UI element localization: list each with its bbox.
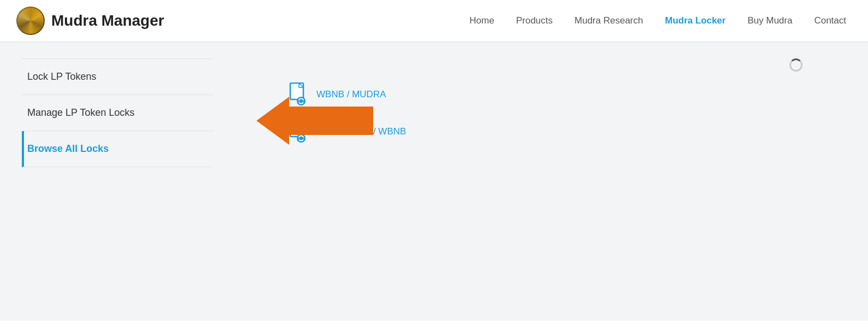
site-title: Mudra Manager [51,12,164,30]
sidebar: Lock LP Tokens Manage LP Token Locks Bro… [0,42,229,321]
arrow-head-icon [256,97,289,145]
nav-home[interactable]: Home [470,15,494,26]
nav-mudra-locker[interactable]: Mudra Locker [665,15,726,26]
right-content: WBNB / MUDRA LOCKGAINS / WBNB [229,42,868,321]
nav-contact[interactable]: Contact [814,15,846,26]
nav-products[interactable]: Products [516,15,553,26]
logo-area: Mudra Manager [16,7,164,35]
main-nav: Home Products Mudra Research Mudra Locke… [470,15,846,26]
header: Mudra Manager Home Products Mudra Resear… [0,0,868,42]
orange-arrow [256,97,373,145]
nav-mudra-research[interactable]: Mudra Research [574,15,643,26]
loading-spinner-area [789,58,803,74]
sidebar-item-manage-lp-token-locks[interactable]: Manage LP Token Locks [22,95,213,131]
logo-icon [16,7,45,35]
sidebar-item-browse-all-locks[interactable]: Browse All Locks [22,131,213,167]
main-content: Lock LP Tokens Manage LP Token Locks Bro… [0,42,868,321]
nav-buy-mudra[interactable]: Buy Mudra [747,15,792,26]
lp-item-wbnb-mudra[interactable]: WBNB / MUDRA [289,80,852,109]
arrow-body [289,107,373,135]
lp-item-lockgains-wbnb[interactable]: LOCKGAINS / WBNB [289,117,852,146]
sidebar-item-lock-lp-tokens[interactable]: Lock LP Tokens [22,58,213,95]
loading-spinner [789,58,803,72]
dropdown-items: WBNB / MUDRA LOCKGAINS / WBNB [289,80,852,146]
